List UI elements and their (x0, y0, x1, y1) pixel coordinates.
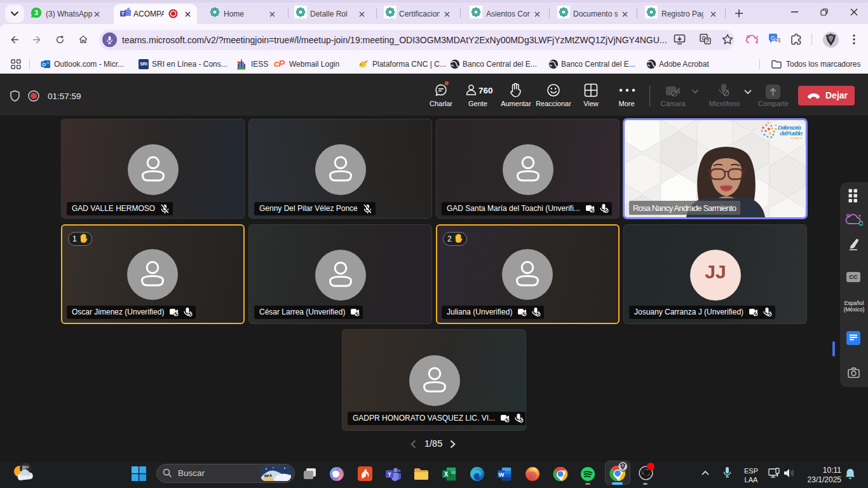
svg-text:3: 3 (34, 10, 38, 17)
svg-text:ECUADOR: ECUADOR (791, 137, 803, 140)
svg-text:G: G (771, 35, 775, 41)
svg-text:O: O (42, 62, 46, 67)
svg-text:Rosa Nancy Andrade Sarmiento: Rosa Nancy Andrade Sarmiento (633, 203, 736, 213)
svg-text:T: T (121, 11, 125, 17)
svg-text:T: T (388, 471, 391, 478)
svg-text:8°: 8° (22, 464, 29, 472)
svg-text:W: W (499, 471, 505, 478)
svg-text:X: X (444, 471, 449, 478)
svg-text:del Pueblo: del Pueblo (780, 130, 803, 137)
